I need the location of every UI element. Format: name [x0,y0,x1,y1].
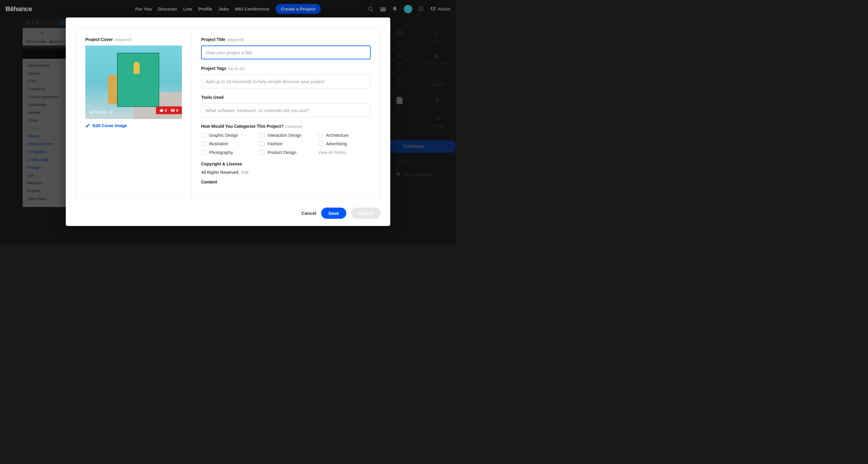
title-required: (required) [227,37,244,42]
copyright-value: All Rights Reserved [201,170,238,175]
title-label: Project Title [201,37,225,42]
view-all-fields-link[interactable]: View All Fields... [318,150,371,155]
category-fashion[interactable]: Fashion [260,141,312,146]
cover-required: (required) [115,37,131,42]
copyright-label: Copyright & License [201,162,242,166]
tags-hint: (up to 10) [228,66,245,71]
project-settings-modal: Project Cover (required) Al Rossin ✓ [66,18,390,226]
category-advertising[interactable]: Advertising [318,141,371,146]
tags-label: Project Tags [201,66,226,71]
cover-author: Al Rossin [90,110,107,114]
content-label: Content [201,179,217,185]
category-illustration[interactable]: Illustration [201,141,254,146]
edit-cover-label: Edit Cover Image [93,123,127,128]
category-label: How Would You Categorize This Project? [201,124,283,129]
project-tags-input[interactable] [201,74,371,88]
publish-button[interactable]: Publish [351,208,381,219]
category-grid: Graphic Design Interaction Design Archit… [201,133,371,155]
modal-overlay: Project Cover (required) Al Rossin ✓ [0,0,456,243]
category-graphic-design[interactable]: Graphic Design [201,133,254,138]
category-photography[interactable]: Photography [201,150,254,155]
tools-label: Tools Used [201,95,223,100]
cancel-button[interactable]: Cancel [302,210,316,216]
pencil-icon [85,123,90,128]
copyright-edit-link[interactable]: Edit [241,170,249,175]
category-architecture[interactable]: Architecture [318,133,371,138]
tools-used-input[interactable] [201,103,371,117]
cover-label: Project Cover [85,37,113,42]
cover-preview: Al Rossin ✓ 0 0 [85,45,182,119]
cover-stats: 0 0 [156,106,182,114]
project-title-input[interactable] [201,45,371,59]
eye-icon: 0 [170,108,178,113]
category-product-design[interactable]: Product Design [260,150,312,155]
thumbs-up-icon: 0 [159,108,167,113]
form-section: Project Title (required) Project Tags (u… [191,27,380,198]
category-required: (required) [285,124,302,129]
cover-section: Project Cover (required) Al Rossin ✓ [76,27,191,198]
edit-cover-button[interactable]: Edit Cover Image [85,123,182,128]
save-button[interactable]: Save [321,208,346,219]
category-interaction-design[interactable]: Interaction Design [260,133,312,138]
modal-footer: Cancel Save Publish [66,208,390,226]
